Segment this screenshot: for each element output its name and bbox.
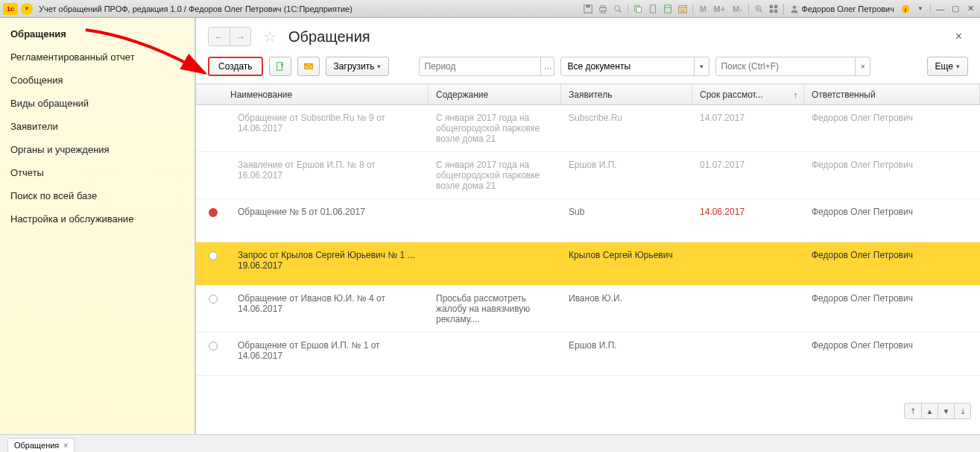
status-dot-red-icon xyxy=(209,208,218,217)
calc-icon[interactable] xyxy=(661,3,674,15)
cell-applicant: Subscribe.Ru xyxy=(561,105,692,151)
page-title: Обращения xyxy=(288,28,370,45)
col-name[interactable]: Наименование xyxy=(196,84,429,104)
col-content[interactable]: Содержание xyxy=(429,84,561,104)
info-icon[interactable]: i xyxy=(899,3,912,15)
load-button[interactable]: Загрузить ▾ xyxy=(326,57,390,76)
col-applicant[interactable]: Заявитель xyxy=(561,84,692,104)
table-nav: ⤒ ▲ ▼ ⤓ xyxy=(904,403,971,419)
svg-text:i: i xyxy=(905,6,906,13)
sidebar-item-messages[interactable]: Сообщения xyxy=(0,69,195,92)
period-ellipsis-icon[interactable]: … xyxy=(540,57,554,75)
calendar-icon[interactable]: 31 xyxy=(676,3,689,15)
cell-content: Просьба рассмотреть жалобу на навязчивую… xyxy=(429,286,561,332)
close-page-button[interactable]: × xyxy=(949,30,968,43)
print-icon[interactable] xyxy=(596,3,610,15)
cell-content: С января 2017 года на общегородской парк… xyxy=(429,105,561,151)
svg-rect-10 xyxy=(665,4,671,13)
preview-icon[interactable] xyxy=(611,3,625,15)
cell-name: Обращение № 5 от 01.06.2017 xyxy=(230,199,429,242)
cell-responsible: Федоров Олег Петрович xyxy=(804,152,980,198)
nav-last-icon[interactable]: ⤓ xyxy=(954,404,970,418)
period-picker[interactable]: … xyxy=(419,57,554,76)
svg-rect-19 xyxy=(770,4,773,7)
nav-forward-button[interactable]: → xyxy=(230,28,250,45)
cell-due: 14.06.2017 xyxy=(692,199,804,242)
status-dot-empty-icon xyxy=(209,295,218,304)
svg-rect-26 xyxy=(276,63,282,71)
zoom-icon[interactable] xyxy=(752,3,765,15)
info-chevron-icon[interactable]: ▼ xyxy=(914,3,927,15)
doc-icon[interactable] xyxy=(646,3,660,15)
mail-button[interactable] xyxy=(297,57,320,76)
svg-rect-22 xyxy=(774,9,777,12)
close-window-icon[interactable]: ✕ xyxy=(964,3,977,15)
cell-applicant: Ершов И.П. xyxy=(561,333,692,375)
table-row[interactable]: Обращение № 5 от 01.06.2017Sub14.06.2017… xyxy=(196,199,980,242)
maximize-icon[interactable]: ▢ xyxy=(949,3,962,15)
cell-name: Обращение от Subscribe.Ru № 9 от 14.06.2… xyxy=(230,105,429,151)
table-row[interactable]: Обращение от Иванов Ю.И. № 4 от 14.06.20… xyxy=(196,286,980,333)
cell-applicant: Иванов Ю.И. xyxy=(561,286,692,332)
table-row[interactable]: Заявление от Ершов И.П. № 8 от 16.06.201… xyxy=(196,152,980,199)
table-row[interactable]: Запрос от Крылов Сергей Юрьевич № 1 ... … xyxy=(196,242,980,286)
sidebar-item-requests[interactable]: Обращения xyxy=(0,22,195,45)
svg-line-6 xyxy=(619,10,622,12)
bottom-tab-requests[interactable]: Обращения × xyxy=(7,438,75,452)
svg-rect-1 xyxy=(587,4,590,7)
cell-responsible: Федоров Олег Петрович xyxy=(804,333,980,375)
refresh-button[interactable] xyxy=(269,57,291,76)
filter-chevron-icon[interactable]: ▾ xyxy=(694,57,709,75)
cell-name: Запрос от Крылов Сергей Юрьевич № 1 ... … xyxy=(230,242,429,285)
sidebar-item-types[interactable]: Виды обращений xyxy=(0,92,195,115)
sidebar-item-orgs[interactable]: Органы и учреждения xyxy=(0,138,195,161)
more-button[interactable]: Еще ▾ xyxy=(927,57,968,76)
sidebar: Обращения Регламентированный отчет Сообщ… xyxy=(0,18,195,434)
current-user[interactable]: Федоров Олег Петрович xyxy=(787,4,897,13)
nav-back-button[interactable]: ← xyxy=(209,28,230,45)
sidebar-item-search[interactable]: Поиск по всей базе xyxy=(0,184,195,207)
filter-dropdown[interactable]: Все документы ▾ xyxy=(560,57,709,76)
nav-first-icon[interactable]: ⤒ xyxy=(905,404,921,418)
nav-down-icon[interactable]: ▼ xyxy=(938,404,954,418)
cell-due xyxy=(692,242,804,285)
search-input[interactable] xyxy=(716,57,855,75)
cell-name: Обращение от Ершов И.П. № 1 от 14.06.201… xyxy=(230,333,429,375)
grid-icon[interactable] xyxy=(767,3,780,15)
search-clear-icon[interactable]: × xyxy=(855,57,870,75)
m-minus-btn[interactable]: M- xyxy=(729,3,745,15)
svg-rect-8 xyxy=(637,7,642,12)
copy-icon[interactable] xyxy=(631,3,645,15)
sidebar-item-applicants[interactable]: Заявители xyxy=(0,115,195,138)
save-icon[interactable] xyxy=(581,3,595,15)
window-title: Учет обращений ПРОФ, редакция 1.0 / Федо… xyxy=(39,4,353,13)
table-row[interactable]: Обращение от Ершов И.П. № 1 от 14.06.201… xyxy=(196,333,980,376)
app-logo-icon[interactable]: 1c xyxy=(3,3,18,15)
search-box[interactable]: × xyxy=(715,57,870,76)
sidebar-item-reports[interactable]: Отчеты xyxy=(0,161,195,184)
minimize-icon[interactable]: — xyxy=(934,3,947,15)
m-btn[interactable]: M xyxy=(696,3,709,15)
table-row[interactable]: Обращение от Subscribe.Ru № 9 от 14.06.2… xyxy=(196,105,980,152)
svg-rect-9 xyxy=(651,4,656,13)
sidebar-item-settings[interactable]: Настройка и обслуживание xyxy=(0,207,195,230)
cell-responsible: Федоров Олег Петрович xyxy=(804,242,980,285)
period-input[interactable] xyxy=(420,57,540,75)
favorite-star-icon[interactable]: ☆ xyxy=(263,28,276,45)
sidebar-item-report[interactable]: Регламентированный отчет xyxy=(0,45,195,69)
cell-due xyxy=(692,286,804,332)
app-menu-icon[interactable]: ▼ xyxy=(21,3,33,15)
nav-up-icon[interactable]: ▲ xyxy=(921,404,938,418)
cell-due: 01.07.2017 xyxy=(692,152,804,198)
col-responsible[interactable]: Ответственный xyxy=(804,84,980,104)
create-button[interactable]: Создать xyxy=(208,57,263,76)
col-due[interactable]: Срок рассмот... xyxy=(692,84,804,104)
m-plus-btn[interactable]: M+ xyxy=(711,3,727,15)
bottom-tab-close-icon[interactable]: × xyxy=(63,442,68,450)
cell-responsible: Федоров Олег Петрович xyxy=(804,105,980,151)
cell-due: 14.07.2017 xyxy=(692,105,804,151)
cell-applicant: Ершов И.П. xyxy=(561,152,692,198)
cell-content xyxy=(429,199,561,242)
bottom-tabs: Обращения × xyxy=(0,434,980,452)
cell-name: Обращение от Иванов Ю.И. № 4 от 14.06.20… xyxy=(230,286,429,332)
